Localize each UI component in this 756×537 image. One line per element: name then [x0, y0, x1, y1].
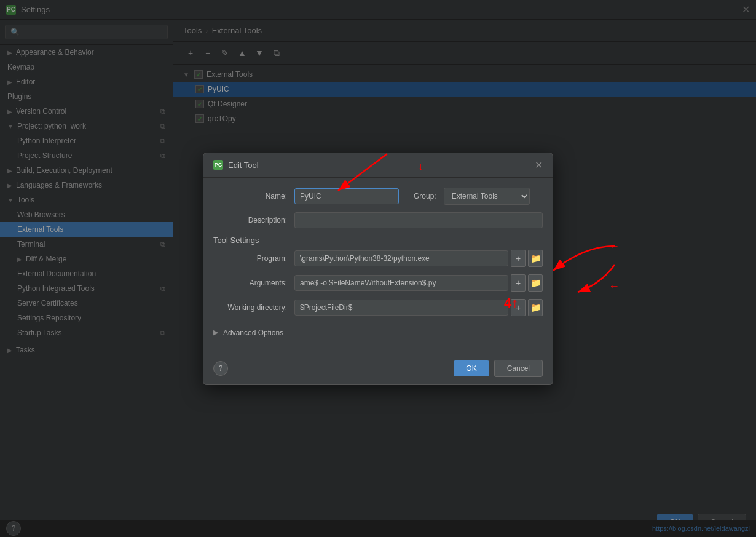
modal-overlay: PC Edit Tool ✕ Name: Group: External Too…: [0, 0, 756, 537]
program-row: Program: + 📁: [213, 250, 543, 267]
program-browse-btn[interactable]: 📁: [528, 250, 543, 267]
dialog-ok-button[interactable]: OK: [454, 360, 489, 376]
arguments-add-btn[interactable]: +: [511, 274, 526, 292]
working-dir-add-btn[interactable]: +: [511, 299, 526, 316]
arguments-label: Arguments:: [213, 279, 287, 287]
description-label: Description:: [213, 216, 287, 225]
working-dir-input-group: + 📁: [294, 299, 543, 316]
edit-tool-dialog: PC Edit Tool ✕ Name: Group: External Too…: [203, 153, 553, 385]
modal-close-button[interactable]: ✕: [535, 159, 543, 171]
tool-settings-label: Tool Settings: [213, 236, 543, 245]
program-input[interactable]: [294, 250, 508, 266]
modal-footer: ? OK Cancel: [203, 352, 553, 384]
working-dir-label: Working directory:: [213, 303, 287, 312]
arguments-input-group: + 📁: [294, 274, 543, 292]
group-select[interactable]: External Tools: [444, 188, 530, 205]
advanced-options-label: Advanced Options: [223, 328, 283, 337]
modal-title: Edit Tool: [228, 161, 259, 170]
group-row: Group: External Tools: [414, 188, 530, 205]
advanced-arrow-icon: ▶: [213, 328, 218, 336]
working-dir-row: Working directory: + 📁: [213, 299, 543, 316]
settings-window: PC Settings ✕ ▶ Appearance & Behavior Ke…: [0, 0, 756, 537]
arguments-input[interactable]: [294, 275, 508, 291]
name-label: Name:: [213, 192, 287, 201]
program-input-group: + 📁: [294, 250, 543, 267]
arguments-row: Arguments: + 📁: [213, 274, 543, 292]
program-label: Program:: [213, 254, 287, 263]
working-dir-input[interactable]: [294, 300, 508, 316]
program-add-btn[interactable]: +: [511, 250, 526, 267]
group-label: Group:: [414, 192, 436, 201]
modal-body: Name: Group: External Tools Description:…: [203, 178, 553, 352]
modal-icon: PC: [213, 160, 223, 170]
name-input[interactable]: [294, 188, 399, 204]
dialog-help-button[interactable]: ?: [213, 361, 228, 376]
modal-header: PC Edit Tool ✕: [203, 153, 553, 178]
working-dir-browse-btn[interactable]: 📁: [528, 299, 543, 316]
dialog-cancel-button[interactable]: Cancel: [494, 360, 543, 377]
description-input[interactable]: [294, 212, 543, 228]
advanced-options[interactable]: ▶ Advanced Options: [213, 324, 543, 342]
name-group-row: Name: Group: External Tools: [213, 188, 543, 205]
arguments-browse-btn[interactable]: 📁: [528, 274, 543, 292]
description-row: Description:: [213, 212, 543, 228]
